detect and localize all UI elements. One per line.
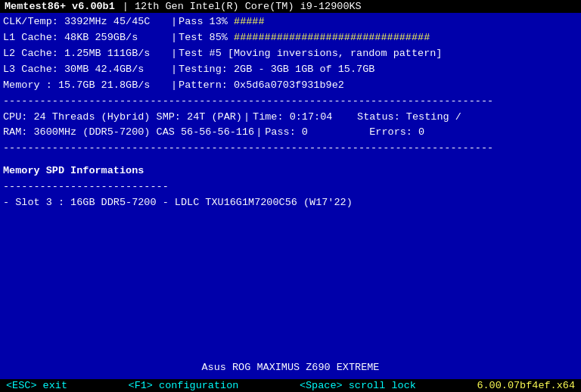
time-info: Time: 0:17:04	[251, 110, 357, 126]
spd-divider: ---------------------------	[3, 180, 578, 194]
clk-temp-row: CLK/Temp: 3392MHz 45/45C | Pass 13% ####…	[3, 14, 578, 30]
spd-entry-0: - Slot 3 : 16GB DDR5-7200 - LDLC TXU16G1…	[3, 194, 578, 212]
memory-row: Memory : 15.7GB 21.8GB/s | Pattern: 0x5d…	[3, 78, 578, 94]
cmd-f1[interactable]: <F1> configuration	[129, 380, 239, 391]
main-content: CLK/Temp: 3392MHz 45/45C | Pass 13% ####…	[0, 13, 581, 379]
l1-cache-left: L1 Cache: 48KB 259GB/s	[3, 30, 169, 46]
status-info: Status: Testing /	[357, 110, 461, 126]
header-sep: |	[120, 1, 132, 12]
app-title: Memtest86+ v6.00b1	[0, 1, 120, 12]
pass-info: Pass 13% #####	[179, 14, 578, 30]
footer-bar: <ESC> exit <F1> configuration <Space> sc…	[0, 379, 581, 392]
testing-info: Testing: 2GB - 3GB 1GB of 15.7GB	[179, 62, 578, 78]
sep6: |	[242, 110, 251, 126]
cpu-info: 12th Gen Intel(R) Core(TM) i9-12900KS	[132, 1, 365, 12]
divider-top: ----------------------------------------…	[3, 94, 578, 110]
header-bar: Memtest86+ v6.00b1 | 12th Gen Intel(R) C…	[0, 0, 581, 13]
version-info: 6.00.07bf4ef.x64	[477, 380, 575, 391]
spd-title: Memory SPD Informations	[3, 163, 578, 180]
screen: Memtest86+ v6.00b1 | 12th Gen Intel(R) C…	[0, 0, 581, 392]
sep4: |	[169, 62, 179, 78]
errors-info: Errors: 0	[369, 125, 424, 141]
l3-cache-left: L3 Cache: 30MB 42.4GB/s	[3, 62, 169, 78]
l2-cache-row: L2 Cache: 1.25MB 111GB/s | Test #5 [Movi…	[3, 46, 578, 62]
l3-cache-row: L3 Cache: 30MB 42.4GB/s | Testing: 2GB -…	[3, 62, 578, 78]
sep5: |	[169, 78, 179, 94]
board-info: Asus ROG MAXIMUS Z690 EXTREME	[3, 358, 578, 378]
cpu-status-row: CPU: 24 Threads (Hybrid) SMP: 24T (PAR) …	[3, 110, 578, 126]
test-info-l2: Test #5 [Moving inversions, random patte…	[179, 46, 578, 62]
sep7: |	[254, 125, 263, 141]
cmd-esc[interactable]: <ESC> exit	[6, 380, 67, 391]
sep1: |	[169, 14, 179, 30]
ram-status-row: RAM: 3600MHz (DDR5-7200) CAS 56-56-56-11…	[3, 125, 578, 141]
pass-count: Pass: 0	[263, 125, 369, 141]
cpu-threads-info: CPU: 24 Threads (Hybrid) SMP: 24T (PAR)	[3, 110, 242, 126]
test-info-l1: Test 85% ###############################…	[179, 30, 578, 46]
ram-info: RAM: 3600MHz (DDR5-7200) CAS 56-56-56-11…	[3, 125, 254, 141]
memory-left: Memory : 15.7GB 21.8GB/s	[3, 78, 169, 94]
spd-section: Memory SPD Informations ----------------…	[3, 163, 578, 212]
cmd-space[interactable]: <Space> scroll lock	[300, 380, 416, 391]
test-hashes: ################################	[234, 32, 430, 43]
l1-cache-row: L1 Cache: 48KB 259GB/s | Test 85% ######…	[3, 30, 578, 46]
sep2: |	[169, 30, 179, 46]
sep3: |	[169, 46, 179, 62]
divider-bottom: ----------------------------------------…	[3, 141, 578, 157]
pattern-info: Pattern: 0x5d6a0703f931b9e2	[179, 78, 578, 94]
pass-hashes: #####	[234, 16, 265, 27]
l2-cache-left: L2 Cache: 1.25MB 111GB/s	[3, 46, 169, 62]
clk-temp-left: CLK/Temp: 3392MHz 45/45C	[3, 14, 169, 30]
